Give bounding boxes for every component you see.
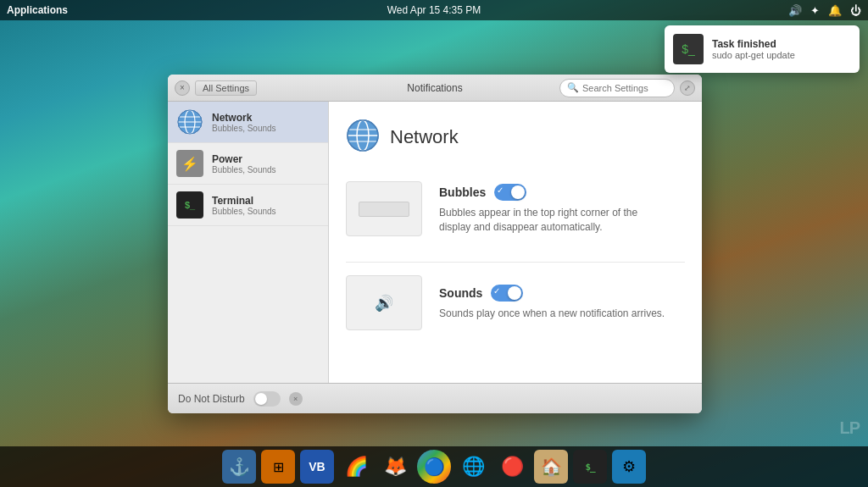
taskbar: ⚓ ⊞ VB 🌈 🦊 🔵 🌐 🔴 🏠 $_ ⚙	[0, 446, 868, 487]
all-settings-button[interactable]: All Settings	[195, 80, 257, 96]
terminal-item-sub: Bubbles, Sounds	[212, 207, 276, 216]
sounds-toggle-knob	[508, 286, 521, 300]
sidebar-item-network[interactable]: Network Bubbles, Sounds	[168, 102, 328, 143]
dock-files[interactable]: 🏠	[534, 450, 568, 484]
power-icon[interactable]: ⏻	[850, 4, 861, 17]
bubbles-toggle[interactable]	[494, 184, 526, 201]
expand-window-button[interactable]: ⤢	[680, 80, 695, 96]
window-close-button[interactable]: ×	[175, 80, 190, 96]
desktop: Applications Wed Apr 15 4:35 PM 🔊 ✦ 🔔 ⏻ …	[0, 0, 868, 487]
settings-window: × All Settings Notifications 🔍 ⤢	[168, 75, 702, 413]
dock-firefox[interactable]: 🦊	[378, 450, 412, 484]
network-item-sub: Bubbles, Sounds	[212, 124, 276, 133]
search-input[interactable]	[582, 83, 667, 93]
dnd-toggle[interactable]	[253, 391, 281, 407]
bubbles-info: Bubbles Bubbles appear in the top right …	[439, 184, 668, 235]
dnd-label: Do Not Disturb	[178, 393, 245, 405]
applications-menu[interactable]: Applications	[7, 4, 68, 16]
dock-app-grid[interactable]: ⊞	[261, 450, 295, 484]
bluetooth-icon[interactable]: ✦	[810, 4, 820, 17]
bubble-preview-bar	[359, 202, 409, 217]
dock-chrome[interactable]: 🔴	[495, 450, 529, 484]
sounds-toggle[interactable]	[491, 285, 523, 302]
window-body: Network Bubbles, Sounds ⚡ Power Bubbles,…	[168, 102, 702, 383]
sidebar-item-terminal[interactable]: $_ Terminal Bubbles, Sounds	[168, 185, 328, 226]
notification-subtitle: sudo apt-get update	[712, 50, 795, 60]
bubbles-description: Bubbles appear in the top right corner o…	[439, 206, 668, 235]
notification-title: Task finished	[712, 38, 795, 50]
sounds-setting-card: 🔊 Sounds Sounds play once when a new not…	[346, 267, 685, 339]
bubbles-row: Bubbles	[439, 184, 668, 201]
main-header: Network	[346, 119, 685, 156]
power-item-text: Power Bubbles, Sounds	[212, 153, 276, 174]
bubbles-setting-card: Bubbles Bubbles appear in the top right …	[346, 173, 685, 245]
sounds-preview: 🔊	[346, 275, 422, 330]
network-item-text: Network Bubbles, Sounds	[212, 112, 276, 133]
search-settings-box[interactable]: 🔍	[559, 79, 675, 97]
dnd-toggle-knob	[255, 393, 267, 405]
main-title: Network	[390, 126, 459, 148]
top-panel: Applications Wed Apr 15 4:35 PM 🔊 ✦ 🔔 ⏻	[0, 0, 868, 20]
network-icon	[176, 108, 203, 136]
window-title: Notifications	[407, 82, 462, 94]
notification-popup: $_ Task finished sudo apt-get update	[665, 25, 860, 73]
notification-content: Task finished sudo apt-get update	[712, 38, 795, 60]
sound-preview-icon: 🔊	[375, 294, 393, 313]
dnd-close-button[interactable]: ×	[289, 392, 303, 406]
notifications-sidebar: Network Bubbles, Sounds ⚡ Power Bubbles,…	[168, 102, 329, 383]
notification-bell-icon[interactable]: 🔔	[828, 4, 842, 17]
power-item-sub: Bubbles, Sounds	[212, 165, 276, 174]
sounds-description: Sounds play once when a new notification…	[439, 307, 665, 321]
sounds-info: Sounds Sounds play once when a new notif…	[439, 285, 665, 321]
dock-rainbow[interactable]: 🌈	[339, 450, 373, 484]
sounds-row: Sounds	[439, 285, 665, 302]
main-network-icon	[346, 119, 380, 156]
datetime-display: Wed Apr 15 4:35 PM	[387, 4, 481, 16]
sidebar-item-power[interactable]: ⚡ Power Bubbles, Sounds	[168, 143, 328, 185]
volume-icon[interactable]: 🔊	[788, 4, 802, 17]
terminal-item-name: Terminal	[212, 195, 276, 207]
terminal-settings-icon: $_	[176, 191, 203, 219]
titlebar-right-controls: 🔍 ⤢	[559, 79, 695, 97]
main-content: Network Bubbles Bubbles app	[329, 102, 702, 383]
dock-terminal[interactable]: $_	[573, 450, 607, 484]
power-settings-icon: ⚡	[176, 150, 203, 177]
power-item-name: Power	[212, 153, 276, 165]
settings-divider	[346, 262, 685, 263]
window-titlebar: × All Settings Notifications 🔍 ⤢	[168, 75, 702, 102]
window-bottom-bar: Do Not Disturb ×	[168, 383, 702, 413]
watermark: LP	[839, 418, 860, 438]
dock-chromium[interactable]: 🔵	[417, 450, 451, 484]
search-icon: 🔍	[567, 82, 579, 93]
dock-anchor[interactable]: ⚓	[222, 450, 256, 484]
panel-indicators: 🔊 ✦ 🔔 ⏻	[788, 4, 861, 17]
bubbles-toggle-knob	[511, 185, 525, 199]
dock-edge[interactable]: 🌐	[456, 450, 490, 484]
bubbles-label: Bubbles	[439, 185, 486, 199]
dock-settings[interactable]: ⚙	[612, 450, 646, 484]
notification-app-icon: $_	[673, 34, 704, 64]
titlebar-left-controls: × All Settings	[175, 80, 257, 96]
dock-virtualbox[interactable]: VB	[300, 450, 334, 484]
network-item-name: Network	[212, 112, 276, 124]
bubbles-preview	[346, 181, 422, 236]
terminal-item-text: Terminal Bubbles, Sounds	[212, 195, 276, 216]
sounds-label: Sounds	[439, 286, 482, 300]
